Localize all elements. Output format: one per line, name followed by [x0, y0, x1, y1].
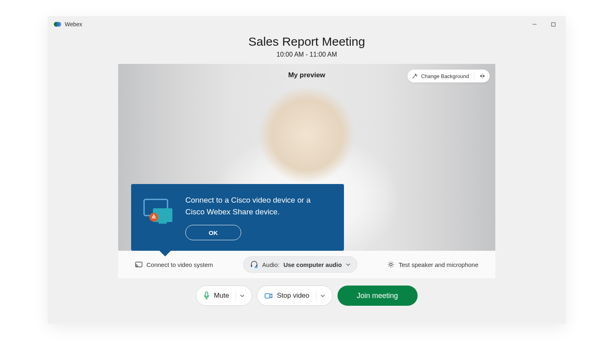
audio-label: Audio:	[262, 261, 280, 268]
wand-icon	[412, 73, 418, 79]
cast-icon	[135, 262, 142, 268]
mute-label: Mute	[214, 292, 229, 300]
webex-logo-icon	[53, 20, 62, 28]
preview-area: My preview Change Background	[118, 64, 495, 278]
svg-rect-15	[265, 294, 270, 298]
mirror-icon[interactable]	[479, 73, 486, 79]
separator	[316, 291, 316, 300]
video-preview: My preview Change Background	[118, 64, 495, 251]
svg-point-7	[149, 213, 158, 222]
meeting-title: Sales Report Meeting	[48, 35, 566, 49]
minimize-button[interactable]	[525, 16, 544, 32]
svg-rect-14	[206, 292, 208, 296]
stop-video-button[interactable]: Stop video	[257, 286, 332, 306]
chevron-down-icon	[346, 263, 350, 266]
callout-text: Connect to a Cisco video device or a Cis…	[185, 195, 332, 218]
callout-body: Connect to a Cisco video device or a Cis…	[185, 195, 332, 240]
divider	[474, 72, 474, 80]
meeting-header: Sales Report Meeting 10:00 AM - 11:00 AM	[48, 35, 566, 58]
svg-rect-3	[552, 23, 555, 26]
options-row: Connect to video system Audio: Use compu…	[118, 251, 495, 278]
svg-point-13	[390, 263, 392, 266]
meeting-time: 10:00 AM - 11:00 AM	[48, 51, 566, 58]
preview-label: My preview	[288, 71, 325, 79]
separator	[236, 291, 236, 300]
chevron-down-icon[interactable]	[240, 294, 244, 297]
stop-video-label: Stop video	[277, 292, 309, 300]
mute-button[interactable]: Mute	[196, 286, 252, 306]
svg-rect-10	[251, 265, 252, 267]
title-left: Webex	[53, 20, 82, 28]
connect-video-system-button[interactable]: Connect to video system	[135, 261, 213, 268]
chevron-down-icon[interactable]	[320, 294, 325, 297]
action-row: Mute Stop video Join meeting	[48, 286, 566, 306]
callout-ok-button[interactable]: OK	[185, 225, 241, 240]
connect-device-callout: Connect to a Cisco video device or a Cis…	[131, 184, 344, 251]
device-icon	[142, 195, 176, 240]
titlebar: Webex	[48, 16, 566, 32]
microphone-icon	[204, 292, 210, 300]
headset-icon	[250, 261, 258, 268]
gear-icon	[387, 261, 395, 268]
test-speaker-mic-button[interactable]: Test speaker and microphone	[387, 261, 478, 268]
window-controls	[525, 16, 562, 32]
audio-selector[interactable]: Audio: Use computer audio	[243, 256, 357, 273]
svg-point-9	[136, 266, 136, 267]
test-speaker-mic-label: Test speaker and microphone	[399, 261, 478, 268]
svg-rect-6	[159, 222, 167, 224]
svg-point-1	[56, 22, 61, 27]
change-background-button[interactable]: Change Background	[407, 70, 490, 83]
app-window: Webex Sales Report Meeting 10:00 AM - 11…	[48, 16, 566, 324]
audio-value: Use computer audio	[283, 261, 342, 268]
camera-icon	[265, 293, 273, 299]
maximize-button[interactable]	[544, 16, 562, 32]
connect-video-system-label: Connect to video system	[146, 261, 213, 268]
app-name: Webex	[65, 21, 82, 28]
change-background-label: Change Background	[421, 73, 469, 79]
join-meeting-button[interactable]: Join meeting	[337, 286, 418, 306]
